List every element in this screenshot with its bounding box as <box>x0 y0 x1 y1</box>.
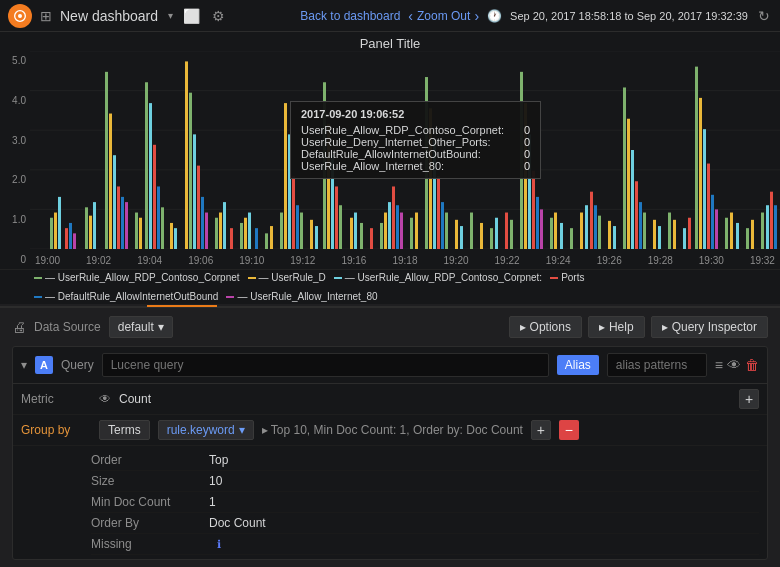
svg-rect-31 <box>174 228 177 249</box>
svg-rect-62 <box>354 213 357 249</box>
svg-rect-28 <box>157 186 160 249</box>
add-metric-button[interactable]: + <box>739 389 759 409</box>
svg-rect-70 <box>400 213 403 249</box>
svg-point-1 <box>18 14 22 18</box>
legend-label-2: — UserRule_D <box>259 272 326 283</box>
groupby-tag[interactable]: Terms <box>99 420 150 440</box>
zoom-forward-icon[interactable]: › <box>474 8 479 24</box>
zoom-out-label[interactable]: Zoom Out <box>417 9 470 23</box>
help-arrow-icon: ▸ <box>599 320 605 334</box>
svg-rect-112 <box>668 213 671 249</box>
printer-icon: 🖨 <box>12 319 26 335</box>
refresh-button[interactable]: ↻ <box>756 6 772 26</box>
svg-rect-76 <box>437 176 440 249</box>
legend-area: — UserRule_Allow_RDP_Contoso_Corpnet — U… <box>0 269 780 304</box>
legend-color-1 <box>34 277 42 279</box>
svg-rect-69 <box>396 205 399 249</box>
zoom-back-icon[interactable]: ‹ <box>408 8 413 24</box>
svg-rect-99 <box>590 192 593 249</box>
svg-rect-78 <box>445 213 448 249</box>
y-label-1: 1.0 <box>4 214 26 225</box>
svg-rect-72 <box>415 213 418 249</box>
svg-rect-129 <box>770 192 773 249</box>
y-label-5: 5.0 <box>4 55 26 66</box>
settings-button[interactable]: ⚙ <box>210 6 227 26</box>
svg-rect-67 <box>388 202 391 249</box>
query-inspector-button[interactable]: ▸ Query Inspector <box>651 316 768 338</box>
legend-color-2 <box>248 277 256 279</box>
query-actions: ≡ 👁 🗑 <box>715 357 759 373</box>
y-label-3: 3.0 <box>4 135 26 146</box>
svg-rect-33 <box>189 93 192 249</box>
dashboard-title: New dashboard <box>60 8 158 24</box>
query-header: ▾ A Query Alias ≡ 👁 🗑 <box>13 347 767 384</box>
legend-item-3: — UserRule_Allow_RDP_Contoso_Corpnet: <box>334 272 542 283</box>
title-caret-icon: ▾ <box>168 10 173 21</box>
datasource-dropdown[interactable]: default ▾ <box>109 316 173 338</box>
query-expand-icon[interactable]: ▾ <box>21 358 27 372</box>
svg-rect-10 <box>58 197 61 249</box>
svg-rect-119 <box>707 164 710 249</box>
svg-rect-39 <box>219 213 222 249</box>
query-input[interactable] <box>102 353 549 377</box>
x-label-1924: 19:24 <box>546 255 571 266</box>
legend-label-6: — UserRule_Allow_Internet_80 <box>237 291 377 302</box>
tooltip-val-1: 0 <box>524 124 530 136</box>
clock-icon: 🕐 <box>487 9 502 23</box>
svg-rect-101 <box>598 216 601 249</box>
svg-rect-26 <box>149 103 152 249</box>
svg-rect-82 <box>480 223 483 249</box>
zoom-section: ‹ Zoom Out › <box>408 8 479 24</box>
x-label-1928: 19:28 <box>648 255 673 266</box>
legend-label-5: — DefaultRule_AllowInternetOutBound <box>45 291 218 302</box>
help-button[interactable]: ▸ Help <box>588 316 645 338</box>
svg-rect-54 <box>310 220 313 249</box>
remove-groupby-button[interactable]: − <box>559 420 579 440</box>
add-groupby-button[interactable]: + <box>531 420 551 440</box>
query-inspector-arrow-icon: ▸ <box>662 320 668 334</box>
svg-rect-46 <box>265 233 268 249</box>
grafana-logo <box>8 4 32 28</box>
svg-rect-95 <box>560 223 563 249</box>
svg-rect-35 <box>197 166 200 249</box>
svg-rect-8 <box>50 218 53 249</box>
x-label-1926: 19:26 <box>597 255 622 266</box>
metric-eye-icon[interactable]: 👁 <box>99 392 111 406</box>
svg-rect-92 <box>540 209 543 249</box>
bookmark-button[interactable]: ⬜ <box>181 6 202 26</box>
detail-missing: Missing ℹ <box>91 534 759 555</box>
svg-rect-103 <box>613 226 616 249</box>
svg-rect-27 <box>153 145 156 249</box>
alias-input[interactable] <box>607 353 707 377</box>
svg-rect-125 <box>746 228 749 249</box>
x-label-1900: 19:00 <box>35 255 60 266</box>
groupby-field[interactable]: rule.keyword ▾ <box>158 420 254 440</box>
tooltip-row-4: UserRule_Allow_Internet_80: 0 <box>301 160 530 172</box>
groupby-row: Group by Terms rule.keyword ▾ ▸ Top 10, … <box>13 415 767 446</box>
svg-rect-118 <box>703 129 706 249</box>
x-label-1912: 19:12 <box>290 255 315 266</box>
back-to-dashboard-link[interactable]: Back to dashboard <box>300 9 400 23</box>
datasource-label: Data Source <box>34 320 101 334</box>
x-label-1922: 19:22 <box>495 255 520 266</box>
svg-rect-24 <box>139 218 142 249</box>
options-label: Options <box>530 320 571 334</box>
missing-info-icon[interactable]: ℹ <box>217 538 221 551</box>
query-eye-icon[interactable]: 👁 <box>727 357 741 373</box>
alias-button[interactable]: Alias <box>557 355 599 375</box>
svg-rect-60 <box>339 205 342 249</box>
query-delete-icon[interactable]: 🗑 <box>745 357 759 373</box>
x-label-1918: 19:18 <box>392 255 417 266</box>
y-axis: 5.0 4.0 3.0 2.0 1.0 0 <box>0 51 30 269</box>
svg-rect-122 <box>725 218 728 249</box>
tooltip-row-3: DefaultRule_AllowInternetOutBound: 0 <box>301 148 530 160</box>
x-label-1916: 19:16 <box>341 255 366 266</box>
svg-rect-21 <box>121 197 124 249</box>
query-list-icon[interactable]: ≡ <box>715 357 723 373</box>
svg-rect-77 <box>441 202 444 249</box>
options-button[interactable]: ▸ Options <box>509 316 582 338</box>
svg-rect-96 <box>570 228 573 249</box>
svg-rect-64 <box>370 228 373 249</box>
svg-rect-15 <box>89 216 92 249</box>
time-range-display[interactable]: Sep 20, 2017 18:58:18 to Sep 20, 2017 19… <box>510 10 748 22</box>
